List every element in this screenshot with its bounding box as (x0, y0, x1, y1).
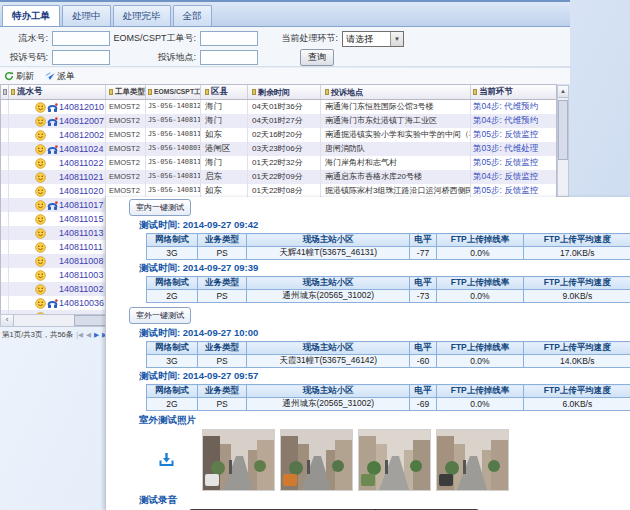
scroll-left-icon[interactable]: ‹ (1, 315, 14, 326)
serial-input[interactable] (52, 31, 110, 46)
serial-link[interactable]: 140811020 (59, 185, 103, 198)
remaining-time-cell: 03天23时06分 (248, 142, 321, 156)
tab-completed[interactable]: 处理完毕 (113, 5, 171, 26)
order-type-cell: EMOST2 (106, 128, 146, 142)
first-page-icon[interactable]: |◀ (76, 330, 83, 340)
outdoor-test-photo[interactable] (202, 429, 275, 491)
header-current-stage[interactable]: 当前环节 (471, 85, 558, 99)
stage-link[interactable]: 第05步: 反馈监控 (473, 185, 538, 195)
stage-link[interactable]: 第03步: 代维处理 (473, 143, 538, 153)
serial-link[interactable]: 140811022 (59, 157, 103, 170)
serial-link[interactable]: 140811017 (59, 199, 103, 212)
test-table-cell: PS (197, 398, 247, 411)
stage-cell: 第03步: 代维处理 (471, 142, 558, 156)
table-row[interactable]: 140812007 EMOST2 JS-056-140811-422 海门 04… (1, 114, 556, 128)
outdoor-test-photo[interactable] (358, 429, 431, 491)
eoms-cell: JS-056-140811-291 (146, 128, 201, 142)
refresh-button[interactable]: 刷新 (4, 70, 34, 83)
test-table-header-cell: 业务类型 (197, 385, 247, 398)
table-row[interactable]: 140811021 EMOST2 JS-056-140811-150 启东 01… (1, 170, 556, 184)
tab-special-orders[interactable]: 特办工单 (2, 5, 60, 26)
header-eoms[interactable]: EOMS/CSPT工单号 (146, 85, 201, 99)
outdoor-test-sections: 测试时间: 2014-09-27 10:00网络制式业务类型现场主站小区电平FT… (106, 327, 630, 411)
test-table-cell: 通州城东(20565_31002) (247, 398, 410, 411)
complaint-place-cell: 唐闸消防队 (321, 142, 471, 156)
stage-link[interactable]: 第05步: 反馈监控 (473, 129, 538, 139)
serial-link[interactable]: 140811013 (59, 227, 103, 240)
test-table-header-cell: FTP上传掉线率 (436, 277, 523, 290)
download-icon[interactable] (159, 452, 174, 469)
serial-link[interactable]: 140811003 (59, 269, 103, 282)
dispatch-button[interactable]: 派单 (44, 70, 75, 83)
eoms-cell: JS-056-140811-160 (146, 184, 201, 198)
stage-select-value: 请选择 (346, 34, 373, 44)
smiley-icon (35, 284, 47, 295)
header-order-type[interactable]: 工单类型 (106, 85, 146, 99)
table-row[interactable]: 140811022 EMOST2 JS-056-140811-248 海门 01… (1, 156, 556, 170)
county-cell: 启东 (201, 170, 248, 184)
test-table-cell: 0.0% (436, 355, 523, 368)
serial-link[interactable]: 140811024 (59, 143, 103, 156)
header-serial[interactable]: 流水号 (9, 85, 106, 99)
serial-link[interactable]: 140812002 (59, 129, 104, 142)
remaining-time-cell: 01天22时09分 (248, 170, 321, 184)
table-row[interactable]: 140812010 EMOST2 JS-056-140812-7 海门 04天0… (1, 100, 556, 114)
serial-link[interactable]: 140812007 (59, 115, 104, 128)
outdoor-test-photo[interactable] (280, 429, 353, 491)
tab-processing[interactable]: 处理中 (62, 5, 111, 26)
remaining-time-cell: 04天01时36分 (248, 100, 321, 114)
complaint-place-cell: 海门岸角村和志气村 (321, 156, 471, 170)
phone-input[interactable] (52, 50, 110, 65)
pagination-text: 第1页/共3页，共56条 (2, 330, 73, 340)
serial-link[interactable]: 140812010 (59, 101, 104, 114)
place-input[interactable] (200, 50, 258, 65)
stage-link[interactable]: 第04步: 反馈监控 (473, 171, 538, 181)
serial-link[interactable]: 140811008 (59, 255, 103, 268)
test-table-cell: -77 (410, 247, 437, 260)
serial-link[interactable]: 140811011 (59, 241, 103, 254)
stage-link[interactable]: 第04步: 代维预约 (473, 115, 538, 125)
test-table-header-cell: 现场主站小区 (247, 234, 410, 247)
header-complaint-place[interactable]: 投诉地点 (321, 85, 471, 99)
order-type-cell: EMOST2 (106, 114, 146, 128)
eoms-input[interactable] (200, 31, 258, 46)
row-selector-header[interactable] (1, 85, 9, 99)
stage-cell: 第05步: 反馈监控 (471, 156, 558, 170)
test-table-cell: 9.0KB/s (523, 290, 630, 303)
serial-link[interactable]: 140810036 (59, 297, 104, 310)
query-button[interactable]: 查询 (300, 49, 334, 66)
prev-page-icon[interactable]: ◀ (86, 330, 91, 340)
stage-select[interactable]: 请选择 ▼ (342, 31, 404, 47)
table-row[interactable]: 140812002 EMOST2 JS-056-140811-291 如东 02… (1, 128, 556, 142)
test-result-table: 网络制式业务类型现场主站小区电平FTP上传掉线率FTP上传平均速度FT3GPS天… (146, 341, 630, 368)
indoor-test-button[interactable]: 室内一键测试 (129, 199, 191, 216)
vertical-scroll-thumb[interactable] (558, 100, 568, 160)
outdoor-test-photo[interactable] (436, 429, 509, 491)
table-row[interactable]: 140811024 EMOST2 JS-056-140803-344 港闸区 0… (1, 142, 556, 156)
header-county[interactable]: 区县 (201, 85, 248, 99)
test-table-header-cell: FTP上传平均速度 (523, 342, 630, 355)
test-table-header-cell: 电平 (410, 277, 437, 290)
next-page-icon[interactable]: ▶ (94, 330, 99, 340)
tab-all[interactable]: 全部 (173, 5, 212, 26)
test-table-cell: 6.0KB/s (523, 398, 630, 411)
test-table-header-cell: 现场主站小区 (247, 277, 410, 290)
test-time-label: 测试时间: 2014-09-27 09:39 (139, 262, 630, 275)
eoms-cell: JS-056-140811-150 (146, 170, 201, 184)
serial-link[interactable]: 140811021 (59, 171, 103, 184)
serial-link[interactable]: 140811002 (59, 283, 103, 296)
test-table-header-cell: 业务类型 (197, 234, 247, 247)
order-type-cell: EMOST2 (106, 100, 146, 114)
scroll-up-icon[interactable]: ▲ (558, 86, 568, 98)
column-icon (473, 89, 477, 95)
stage-link[interactable]: 第04步: 代维预约 (473, 101, 538, 111)
header-remaining[interactable]: 剩余时间 (248, 85, 321, 99)
serial-link[interactable]: 140811015 (59, 213, 103, 226)
stage-link[interactable]: 第05步: 反馈监控 (473, 157, 538, 167)
phone-icon (47, 144, 59, 155)
outdoor-test-button[interactable]: 室外一键测试 (129, 307, 191, 324)
smiley-icon (35, 102, 47, 113)
stage-label: 当前处理环节: (268, 31, 338, 46)
table-row[interactable]: 140811020 EMOST2 JS-056-140811-160 如东 01… (1, 184, 556, 198)
vertical-scrollbar[interactable]: ▲ (557, 85, 569, 197)
